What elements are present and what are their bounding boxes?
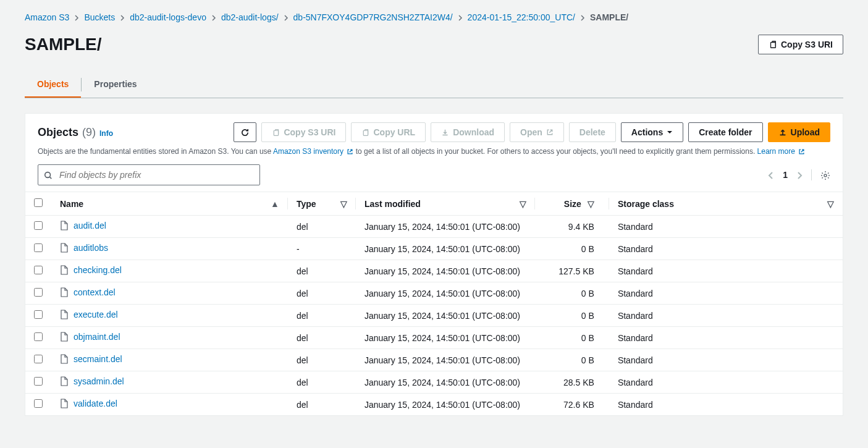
cell-size: 72.6 KB <box>535 394 609 416</box>
tabs: Objects Properties <box>25 72 843 98</box>
breadcrumb-link[interactable]: db2-audit-logs-devo <box>130 12 206 22</box>
svg-point-3 <box>45 172 51 178</box>
cell-storage-class: Standard <box>609 371 843 394</box>
file-icon <box>60 265 69 275</box>
breadcrumb-link[interactable]: 2024-01-15_22:50:00_UTC/ <box>468 12 575 22</box>
object-link[interactable]: objmaint.del <box>60 332 120 342</box>
cell-type: - <box>288 238 356 260</box>
table-row: auditlobs-January 15, 2024, 14:50:01 (UT… <box>25 238 843 260</box>
cell-storage-class: Standard <box>609 327 843 349</box>
cell-size: 0 B <box>535 238 609 260</box>
cell-storage-class: Standard <box>609 394 843 416</box>
objects-table: Name▲ Type▽ Last modified▽ Size▽ Storage… <box>25 192 843 415</box>
table-row: checking.deldelJanuary 15, 2024, 14:50:0… <box>25 260 843 282</box>
sort-icon[interactable]: ▽ <box>588 199 594 209</box>
col-last-modified[interactable]: Last modified▽ <box>356 192 535 216</box>
copy-s3-uri-label: Copy S3 URI <box>781 40 833 49</box>
row-checkbox[interactable] <box>34 332 43 341</box>
col-size[interactable]: Size▽ <box>535 192 609 216</box>
s3-inventory-link[interactable]: Amazon S3 inventory <box>273 147 353 156</box>
actions-button[interactable]: Actions <box>621 122 683 142</box>
refresh-button[interactable] <box>234 122 256 142</box>
col-storage-class[interactable]: Storage class▽ <box>609 192 843 216</box>
download-button[interactable]: Download <box>431 122 505 142</box>
create-folder-button[interactable]: Create folder <box>688 122 762 142</box>
upload-button[interactable]: Upload <box>768 122 830 142</box>
row-checkbox[interactable] <box>34 288 43 297</box>
table-row: execute.deldelJanuary 15, 2024, 14:50:01… <box>25 305 843 327</box>
learn-more-link[interactable]: Learn more <box>757 147 806 156</box>
sort-icon[interactable]: ▽ <box>340 199 347 209</box>
copy-s3-uri-toolbar-button[interactable]: Copy S3 URI <box>261 122 346 142</box>
next-page-button[interactable] <box>796 170 803 180</box>
row-checkbox[interactable] <box>34 355 43 363</box>
sort-icon[interactable]: ▽ <box>827 199 834 209</box>
search-input[interactable] <box>38 164 260 185</box>
panel-title: Objects <box>38 126 78 139</box>
breadcrumb: Amazon S3Bucketsdb2-audit-logs-devodb2-a… <box>25 12 843 22</box>
row-checkbox[interactable] <box>34 399 43 408</box>
col-name[interactable]: Name▲ <box>51 192 288 216</box>
cell-type: del <box>288 327 356 349</box>
breadcrumb-link[interactable]: Amazon S3 <box>25 12 69 22</box>
sort-asc-icon[interactable]: ▲ <box>271 199 279 209</box>
object-link[interactable]: validate.del <box>60 399 117 408</box>
select-all-checkbox[interactable] <box>34 198 43 207</box>
refresh-icon <box>240 128 250 137</box>
table-row: secmaint.deldelJanuary 15, 2024, 14:50:0… <box>25 349 843 371</box>
svg-rect-1 <box>274 130 279 135</box>
info-link[interactable]: Info <box>99 129 113 138</box>
file-icon <box>60 243 69 253</box>
cell-size: 9.4 KB <box>535 216 609 238</box>
cell-storage-class: Standard <box>609 216 843 238</box>
copy-s3-uri-button[interactable]: Copy S3 URI <box>758 35 843 54</box>
page-title: SAMPLE/ <box>25 35 101 54</box>
object-link[interactable]: sysadmin.del <box>60 376 124 386</box>
breadcrumb-link[interactable]: db2-audit-logs/ <box>221 12 279 22</box>
row-checkbox[interactable] <box>34 221 43 230</box>
page-number: 1 <box>783 170 788 180</box>
cell-last-modified: January 15, 2024, 14:50:01 (UTC-08:00) <box>356 260 535 282</box>
cell-type: del <box>288 282 356 305</box>
delete-button[interactable]: Delete <box>569 122 616 142</box>
table-row: context.deldelJanuary 15, 2024, 14:50:01… <box>25 282 843 305</box>
cell-last-modified: January 15, 2024, 14:50:01 (UTC-08:00) <box>356 216 535 238</box>
object-link[interactable]: auditlobs <box>60 243 108 253</box>
cell-last-modified: January 15, 2024, 14:50:01 (UTC-08:00) <box>356 305 535 327</box>
cell-storage-class: Standard <box>609 282 843 305</box>
tab-properties[interactable]: Properties <box>82 72 149 98</box>
object-link[interactable]: execute.del <box>60 310 118 319</box>
open-button[interactable]: Open <box>510 122 564 142</box>
external-link-icon <box>546 129 554 136</box>
object-link[interactable]: audit.del <box>60 221 106 230</box>
panel-description: Objects are the fundamental entities sto… <box>25 147 843 164</box>
breadcrumb-link[interactable]: Buckets <box>84 12 115 22</box>
table-row: sysadmin.deldelJanuary 15, 2024, 14:50:0… <box>25 371 843 394</box>
chevron-right-icon <box>458 12 463 22</box>
cell-last-modified: January 15, 2024, 14:50:01 (UTC-08:00) <box>356 327 535 349</box>
row-checkbox[interactable] <box>34 243 43 252</box>
breadcrumb-link[interactable]: db-5N7FXOY4GDP7RG2NSH2ZTAI2W4/ <box>293 12 453 22</box>
object-link[interactable]: secmaint.del <box>60 354 122 364</box>
external-link-icon <box>347 148 353 155</box>
row-checkbox[interactable] <box>34 377 43 386</box>
file-icon <box>60 287 69 297</box>
tab-objects[interactable]: Objects <box>25 72 81 98</box>
settings-button[interactable] <box>820 169 830 180</box>
copy-icon <box>361 129 369 137</box>
row-checkbox[interactable] <box>34 310 43 319</box>
copy-url-button[interactable]: Copy URL <box>351 122 426 142</box>
sort-icon[interactable]: ▽ <box>520 199 526 209</box>
cell-storage-class: Standard <box>609 305 843 327</box>
object-link[interactable]: context.del <box>60 287 116 297</box>
file-icon <box>60 332 69 342</box>
object-link[interactable]: checking.del <box>60 265 122 275</box>
prev-page-button[interactable] <box>768 170 774 180</box>
row-checkbox[interactable] <box>34 266 43 274</box>
objects-panel: Objects (9) Info Copy S3 URI Copy URL <box>25 113 843 416</box>
cell-type: del <box>288 260 356 282</box>
cell-type: del <box>288 216 356 238</box>
cell-size: 0 B <box>535 305 609 327</box>
svg-point-4 <box>824 174 827 177</box>
col-type[interactable]: Type▽ <box>288 192 356 216</box>
